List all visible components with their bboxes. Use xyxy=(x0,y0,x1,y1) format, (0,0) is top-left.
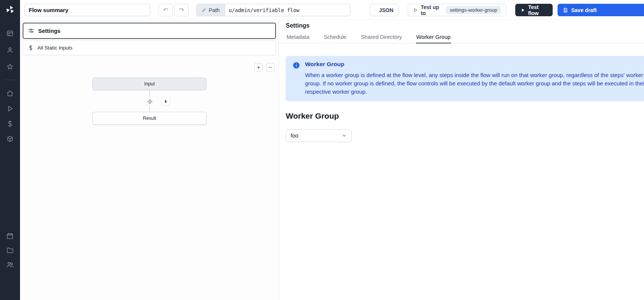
tab-worker-group[interactable]: Worker Group xyxy=(416,32,451,43)
app-window: ↶ ↷ Path JSON Test up to settings-worker… xyxy=(0,0,644,300)
result-node[interactable]: Result xyxy=(92,112,206,125)
user-icon[interactable] xyxy=(0,43,20,57)
alert-title: Worker Group xyxy=(305,61,644,68)
worker-group-select[interactable]: foo xyxy=(286,129,352,142)
tab-shared-directory[interactable]: Shared Directory xyxy=(361,32,402,43)
undo-arrow-icon: ↶ xyxy=(163,6,168,14)
redo-button[interactable]: ↷ xyxy=(174,4,189,16)
folder-icon[interactable] xyxy=(0,243,20,257)
path-input[interactable] xyxy=(225,4,350,16)
sliders-icon xyxy=(28,28,34,34)
play-outline-icon xyxy=(413,8,418,13)
flow-settings-item[interactable]: Settings xyxy=(23,23,276,39)
test-up-to-step-badge[interactable]: settings-worker-group xyxy=(446,6,501,14)
users-icon[interactable] xyxy=(0,258,20,271)
save-draft-label: Save draft xyxy=(571,7,597,13)
json-button[interactable]: JSON xyxy=(370,4,399,16)
plus-cross-icon xyxy=(147,99,153,105)
save-draft-button[interactable]: Save draft xyxy=(558,4,644,16)
worker-group-info-alert: Worker Group When a worker group is defi… xyxy=(286,56,644,101)
trigger-bolt-button[interactable] xyxy=(162,97,170,105)
path-edit-button[interactable]: Path xyxy=(196,4,225,16)
tab-metadata[interactable]: Metadata xyxy=(286,32,310,43)
undo-button[interactable]: ↶ xyxy=(159,4,173,16)
all-static-inputs-label: All Static Inputs xyxy=(37,45,72,51)
alert-content: Worker Group When a worker group is defi… xyxy=(305,61,644,96)
star-icon[interactable] xyxy=(0,60,20,73)
json-file-icon xyxy=(375,8,376,13)
calendar-icon[interactable] xyxy=(0,229,20,243)
flow-graph-panel: Settings All Static Inputs + − Input Res… xyxy=(20,20,279,300)
flow-settings-panel: Settings Metadata Schedule Shared Direct… xyxy=(279,20,644,300)
cube-icon[interactable] xyxy=(0,132,20,145)
play-icon[interactable] xyxy=(0,102,20,115)
lightning-bolt-icon xyxy=(163,99,168,104)
zoom-in-button[interactable]: + xyxy=(254,63,263,71)
input-node[interactable]: Input xyxy=(92,77,206,90)
settings-tabs: Metadata Schedule Shared Directory Worke… xyxy=(279,32,644,43)
save-icon xyxy=(563,8,568,13)
all-static-inputs-item[interactable]: All Static Inputs xyxy=(23,40,276,55)
path-field-group: Path xyxy=(196,4,350,16)
add-step-button[interactable] xyxy=(146,97,154,105)
test-up-to-label: Test up to xyxy=(421,4,443,16)
test-up-to-button[interactable]: Test up to settings-worker-group xyxy=(408,4,506,16)
dollar-small-icon xyxy=(28,45,34,51)
sidebar-divider xyxy=(5,80,15,80)
play-filled-icon xyxy=(521,8,525,13)
json-button-label: JSON xyxy=(379,7,393,13)
home-icon[interactable] xyxy=(0,87,20,100)
alert-body: When a worker group is defined at the fl… xyxy=(305,71,644,96)
table-icon[interactable] xyxy=(0,26,20,40)
path-label: Path xyxy=(209,7,220,13)
app-sidebar xyxy=(0,0,20,300)
worker-group-section-title: Worker Group xyxy=(286,111,339,121)
pencil-icon xyxy=(202,8,206,12)
zoom-out-button[interactable]: − xyxy=(266,63,274,71)
dollar-icon[interactable] xyxy=(0,117,20,130)
flow-editor-topbar: ↶ ↷ Path JSON Test up to settings-worker… xyxy=(20,0,644,20)
worker-group-select-value: foo xyxy=(291,133,298,139)
windmill-logo[interactable] xyxy=(5,5,15,15)
flow-summary-input[interactable] xyxy=(25,4,150,16)
zoom-controls: + − xyxy=(254,63,274,71)
chevron-down-icon xyxy=(342,133,347,138)
info-icon xyxy=(293,62,300,69)
test-flow-button[interactable]: Test flow xyxy=(515,4,553,16)
settings-panel-title: Settings xyxy=(286,22,310,29)
flow-settings-label: Settings xyxy=(38,28,60,34)
test-flow-label: Test flow xyxy=(528,4,547,16)
tab-schedule[interactable]: Schedule xyxy=(323,32,347,43)
redo-arrow-icon: ↷ xyxy=(179,6,184,14)
